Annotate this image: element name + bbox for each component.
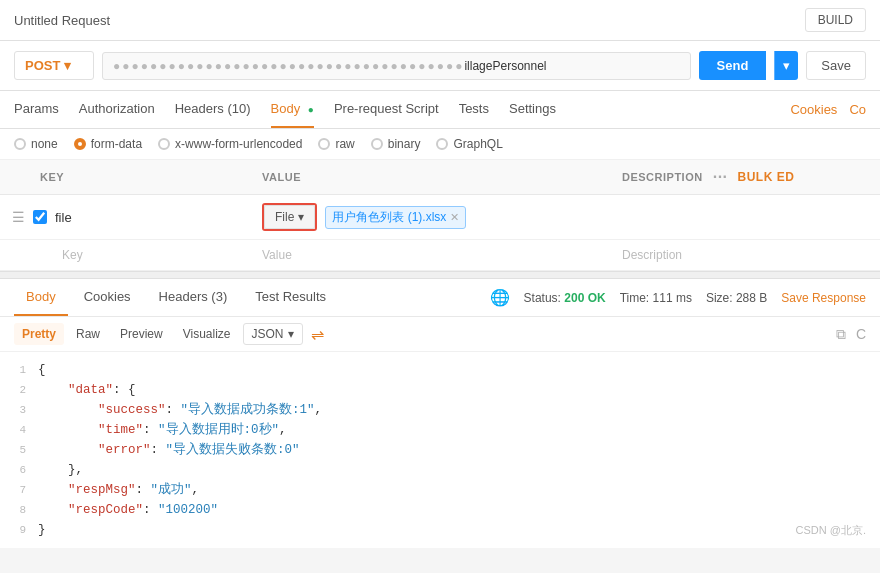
file-chevron-icon: ▾ (298, 210, 304, 224)
col-header-description: DESCRIPTION ··· Bulk Ed (610, 160, 880, 195)
tab-settings[interactable]: Settings (509, 91, 556, 128)
radio-dot-binary (371, 138, 383, 150)
col-header-key: KEY (0, 160, 250, 195)
radio-dot-formdata (74, 138, 86, 150)
format-type-chevron-icon: ▾ (288, 327, 294, 341)
status-text: Status: 200 OK (524, 291, 606, 305)
radio-dot-raw (318, 138, 330, 150)
file-remove-icon[interactable]: ✕ (450, 211, 459, 224)
form-data-table: KEY VALUE DESCRIPTION ··· Bulk Ed ☰ file (0, 160, 880, 271)
row-drag-handle-icon[interactable]: ☰ (12, 209, 25, 225)
radio-label-binary: binary (388, 137, 421, 151)
json-line-5: 5 "error": "导入数据失败条数:0" (8, 440, 866, 460)
resp-tab-headers[interactable]: Headers (3) (147, 279, 240, 316)
send-button[interactable]: Send (699, 51, 767, 80)
req-tabs-right: Cookies Co (790, 102, 866, 117)
json-line-1: 1 { (8, 360, 866, 380)
table-header-row: KEY VALUE DESCRIPTION ··· Bulk Ed (0, 160, 880, 195)
resp-tab-body[interactable]: Body (14, 279, 68, 316)
build-button[interactable]: BUILD (805, 8, 866, 32)
json-line-6: 6 }, (8, 460, 866, 480)
resp-tab-test-results[interactable]: Test Results (243, 279, 338, 316)
url-input[interactable]: ●●●●●●●●●●●●●●●●●●●●●●●●●●●●●●●●●●●●●●il… (102, 52, 691, 80)
resp-status-bar: 🌐 Status: 200 OK Time: 111 ms Size: 288 … (490, 288, 866, 307)
tab-params[interactable]: Params (14, 91, 59, 128)
json-line-9: 9 } (8, 520, 866, 540)
radio-label-raw: raw (335, 137, 354, 151)
json-line-7: 7 "respMsg": "成功", (8, 480, 866, 500)
wrap-icon[interactable]: ⇌ (311, 325, 324, 344)
key-cell-inner: ☰ file (12, 209, 238, 225)
key-value: file (55, 210, 72, 225)
body-dot-indicator: ● (308, 104, 314, 115)
th-actions: DESCRIPTION ··· Bulk Ed (622, 168, 868, 186)
file-tag: 用户角色列表 (1).xlsx ✕ (325, 206, 466, 229)
placeholder-value: Value (250, 240, 610, 271)
format-type-label: JSON (252, 327, 284, 341)
method-select[interactable]: POST ▾ (14, 51, 94, 80)
status-ok: 200 OK (564, 291, 605, 305)
watermark: CSDN @北京. (796, 523, 866, 538)
response-tabs: Body Cookies Headers (3) Test Results 🌐 … (0, 279, 880, 317)
copy-icon[interactable]: ⧉ (836, 326, 846, 343)
key-cell: ☰ file (0, 195, 250, 240)
radio-binary[interactable]: binary (371, 137, 421, 151)
more-options-icon[interactable]: ··· (713, 168, 728, 186)
radio-formdata[interactable]: form-data (74, 137, 142, 151)
tab-headers[interactable]: Headers (10) (175, 91, 251, 128)
resp-tab-cookies[interactable]: Cookies (72, 279, 143, 316)
globe-icon: 🌐 (490, 288, 510, 307)
radio-label-formdata: form-data (91, 137, 142, 151)
cookies-link[interactable]: Cookies (790, 102, 837, 117)
json-line-4: 4 "time": "导入数据用时:0秒", (8, 420, 866, 440)
radio-urlencoded[interactable]: x-www-form-urlencoded (158, 137, 302, 151)
url-bar: POST ▾ ●●●●●●●●●●●●●●●●●●●●●●●●●●●●●●●●●… (0, 41, 880, 91)
radio-label-none: none (31, 137, 58, 151)
save-response-link[interactable]: Save Response (781, 291, 866, 305)
tab-tests[interactable]: Tests (459, 91, 489, 128)
request-tabs: Params Authorization Headers (10) Body ●… (0, 91, 880, 129)
radio-raw[interactable]: raw (318, 137, 354, 151)
format-pretty-button[interactable]: Pretty (14, 323, 64, 345)
row-checkbox[interactable] (33, 210, 47, 224)
response-section: Body Cookies Headers (3) Test Results 🌐 … (0, 279, 880, 548)
radio-label-graphql: GraphQL (453, 137, 502, 151)
send-dropdown-button[interactable]: ▾ (774, 51, 798, 80)
expand-icon[interactable]: C (856, 326, 866, 342)
format-raw-button[interactable]: Raw (68, 323, 108, 345)
body-type-row: none form-data x-www-form-urlencoded raw… (0, 129, 880, 160)
json-line-2: 2 "data": { (8, 380, 866, 400)
value-cell: File ▾ 用户角色列表 (1).xlsx ✕ (250, 195, 610, 240)
section-divider (0, 271, 880, 279)
radio-dot-urlencoded (158, 138, 170, 150)
format-visualize-button[interactable]: Visualize (175, 323, 239, 345)
radio-dot-none (14, 138, 26, 150)
tab-authorization[interactable]: Authorization (79, 91, 155, 128)
placeholder-row: Key Value Description (0, 240, 880, 271)
col-header-value: VALUE (250, 160, 610, 195)
json-line-3: 3 "success": "导入数据成功条数:1", (8, 400, 866, 420)
bulk-edit-link[interactable]: Bulk Ed (738, 170, 795, 184)
radio-none[interactable]: none (14, 137, 58, 151)
format-preview-button[interactable]: Preview (112, 323, 171, 345)
radio-label-urlencoded: x-www-form-urlencoded (175, 137, 302, 151)
method-chevron-icon: ▾ (64, 58, 71, 73)
window-title: Untitled Request (14, 13, 110, 28)
desc-cell (610, 195, 880, 240)
placeholder-desc: Description (610, 240, 880, 271)
url-blur: ●●●●●●●●●●●●●●●●●●●●●●●●●●●●●●●●●●●●●● (113, 59, 464, 73)
radio-graphql[interactable]: GraphQL (436, 137, 502, 151)
format-type-select[interactable]: JSON ▾ (243, 323, 303, 345)
tab-pre-request[interactable]: Pre-request Script (334, 91, 439, 128)
method-label: POST (25, 58, 60, 73)
file-type-button[interactable]: File ▾ (264, 205, 315, 229)
file-btn-wrapper: File ▾ (262, 203, 317, 231)
file-name: 用户角色列表 (1).xlsx (332, 209, 446, 226)
response-format-bar: Pretty Raw Preview Visualize JSON ▾ ⇌ ⧉ … (0, 317, 880, 352)
save-button[interactable]: Save (806, 51, 866, 80)
radio-dot-graphql (436, 138, 448, 150)
tab-body[interactable]: Body ● (271, 91, 314, 128)
co-link[interactable]: Co (849, 102, 866, 117)
time-text: Time: 111 ms (620, 291, 692, 305)
url-suffix: illagePersonnel (464, 59, 546, 73)
